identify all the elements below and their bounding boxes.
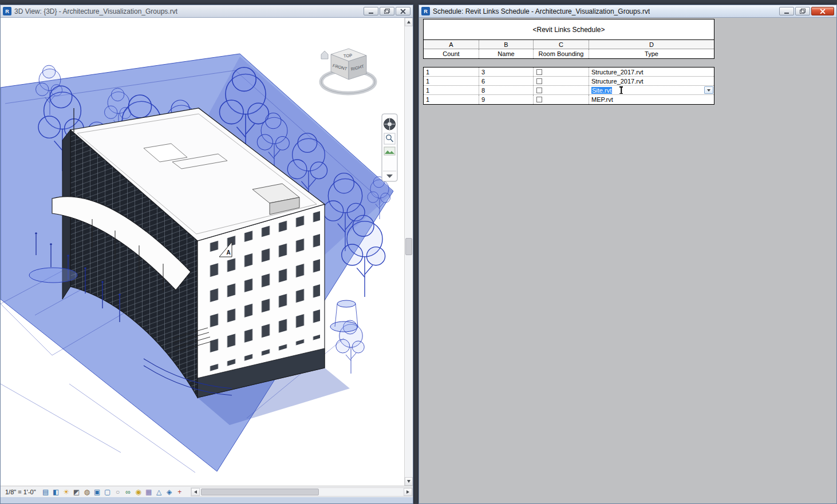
crop-view-icon[interactable]: ▣ bbox=[92, 487, 102, 497]
reveal-constraints-icon[interactable]: + bbox=[175, 487, 185, 497]
minimize-button[interactable] bbox=[779, 7, 794, 15]
restore-button[interactable] bbox=[380, 7, 394, 15]
room-bounding-checkbox[interactable] bbox=[536, 88, 542, 93]
cell-room-bounding[interactable] bbox=[534, 68, 589, 76]
show-rendering-dialog-icon[interactable]: ◍ bbox=[82, 487, 92, 497]
type-text: MEP.rvt bbox=[591, 96, 613, 103]
minimize-icon bbox=[784, 13, 789, 14]
type-text: Structure_2017.rvt bbox=[591, 78, 643, 85]
cell-name[interactable]: 9 bbox=[479, 95, 534, 104]
cell-type[interactable]: Structure_2017.rvt bbox=[589, 77, 714, 85]
3d-view-canvas[interactable]: A bbox=[1, 18, 404, 486]
detail-level-icon[interactable]: ▤ bbox=[41, 487, 51, 497]
column-header-row: Count Name Room Bounding Type bbox=[424, 49, 714, 58]
minimize-icon bbox=[369, 13, 373, 14]
scroll-right-button[interactable] bbox=[404, 488, 412, 496]
temporary-hide-isolate-icon[interactable]: ∞ bbox=[123, 487, 133, 497]
column-letter-b[interactable]: B bbox=[479, 40, 534, 49]
schedule-rows: 13Structure_2017.rvt16Structure_2017.rvt… bbox=[423, 67, 714, 105]
schedule-row: 19MEP.rvt bbox=[424, 95, 714, 104]
column-letter-row: A B C D bbox=[424, 40, 714, 49]
scroll-left-button[interactable] bbox=[191, 488, 200, 496]
cell-type[interactable]: MEP.rvt bbox=[589, 95, 714, 104]
selected-cell-text: Site.rvt bbox=[591, 87, 612, 94]
unlocked-3d-view-icon[interactable]: ○ bbox=[113, 487, 123, 497]
horizontal-scroll-track[interactable] bbox=[200, 488, 404, 496]
window-controls bbox=[364, 7, 410, 15]
horizontal-scroll-thumb[interactable] bbox=[201, 489, 319, 495]
minimize-button[interactable] bbox=[364, 7, 378, 15]
close-icon bbox=[400, 9, 406, 14]
show-crop-region-icon[interactable]: ▢ bbox=[102, 487, 113, 497]
column-letter-a[interactable]: A bbox=[424, 40, 479, 49]
restore-button[interactable] bbox=[795, 7, 810, 15]
cell-room-bounding[interactable] bbox=[534, 86, 589, 94]
schedule-table: <Revit Links Schedule> A B C D Count Nam… bbox=[423, 19, 714, 105]
vertical-scroll-track[interactable] bbox=[405, 26, 413, 477]
3d-scene: A bbox=[1, 18, 404, 486]
room-bounding-checkbox[interactable] bbox=[536, 78, 542, 84]
schedule-titlebar[interactable]: R Schedule: Revit Links Schedule - Archi… bbox=[419, 5, 836, 18]
shadows-icon[interactable]: ◩ bbox=[72, 487, 82, 497]
cell-name[interactable]: 6 bbox=[479, 77, 534, 85]
navigation-bar[interactable] bbox=[382, 114, 397, 181]
home-icon[interactable] bbox=[321, 51, 328, 59]
room-bounding-checkbox[interactable] bbox=[536, 97, 542, 102]
3d-view-titlebar[interactable]: R 3D View: {3D} - Architecture_Visualiza… bbox=[1, 5, 413, 18]
horizontal-scrollbar[interactable] bbox=[191, 487, 413, 497]
schedule-row: 18Site.rvt bbox=[424, 86, 714, 95]
highlight-displacement-icon[interactable]: ◈ bbox=[164, 487, 175, 497]
schedule-window-title: Schedule: Revit Links Schedule - Archite… bbox=[433, 7, 650, 15]
schedule-title[interactable]: <Revit Links Schedule> bbox=[424, 19, 714, 40]
cell-type[interactable]: Site.rvt bbox=[589, 86, 714, 94]
cell-count[interactable]: 1 bbox=[424, 68, 479, 76]
cell-room-bounding[interactable] bbox=[534, 77, 589, 85]
analytical-model-icon[interactable]: △ bbox=[154, 487, 164, 497]
cell-count[interactable]: 1 bbox=[424, 95, 479, 104]
viewcube[interactable]: TOP FRONT RIGHT bbox=[321, 49, 375, 93]
room-bounding-checkbox[interactable] bbox=[536, 69, 542, 75]
revit-file-icon: R bbox=[421, 7, 430, 15]
column-header-room-bounding[interactable]: Room Bounding bbox=[534, 49, 589, 58]
vertical-scroll-thumb[interactable] bbox=[405, 238, 412, 255]
cell-room-bounding[interactable] bbox=[534, 95, 589, 104]
cell-type[interactable]: Structure_2017.rvt bbox=[589, 68, 714, 76]
window-controls bbox=[779, 7, 834, 15]
column-header-type[interactable]: Type bbox=[589, 49, 714, 58]
up-arrow-icon bbox=[407, 21, 410, 23]
schedule-view[interactable]: <Revit Links Schedule> A B C D Count Nam… bbox=[419, 18, 836, 503]
sun-path-icon[interactable]: ☀ bbox=[61, 487, 72, 497]
revit-file-icon: R bbox=[3, 7, 11, 15]
building-sign: A bbox=[226, 249, 230, 256]
vertical-scrollbar[interactable] bbox=[404, 18, 413, 486]
column-letter-d[interactable]: D bbox=[589, 40, 714, 49]
schedule-row: 13Structure_2017.rvt bbox=[424, 68, 714, 77]
type-dropdown-button[interactable] bbox=[704, 86, 713, 94]
restore-icon bbox=[800, 9, 806, 14]
column-header-name[interactable]: Name bbox=[479, 49, 534, 58]
schedule-row: 16Structure_2017.rvt bbox=[424, 77, 714, 86]
down-arrow-icon bbox=[407, 480, 410, 483]
temporary-view-properties-icon[interactable]: ▦ bbox=[144, 487, 154, 497]
3d-view-window-title: 3D View: {3D} - Architecture_Visualizati… bbox=[14, 7, 177, 15]
cell-count[interactable]: 1 bbox=[424, 86, 479, 94]
cell-name[interactable]: 3 bbox=[479, 68, 534, 76]
cell-name[interactable]: 8 bbox=[479, 86, 534, 94]
scroll-down-button[interactable] bbox=[405, 477, 413, 486]
column-letter-c[interactable]: C bbox=[534, 40, 589, 49]
3d-view-window: R 3D View: {3D} - Architecture_Visualiza… bbox=[0, 5, 413, 504]
scale-button[interactable]: 1/8" = 1'-0" bbox=[5, 489, 36, 495]
schedule-window: R Schedule: Revit Links Schedule - Archi… bbox=[418, 5, 837, 504]
scroll-up-button[interactable] bbox=[405, 18, 413, 26]
close-button[interactable] bbox=[396, 7, 410, 15]
visual-style-icon[interactable]: ◧ bbox=[51, 487, 61, 497]
close-button[interactable] bbox=[811, 7, 834, 15]
cell-count[interactable]: 1 bbox=[424, 77, 479, 85]
view-control-bar: 1/8" = 1'-0" ▤◧☀◩◍▣▢○∞◉▦△◈+ bbox=[1, 486, 413, 497]
restore-icon bbox=[384, 9, 390, 14]
ibeam-cursor bbox=[619, 86, 623, 94]
column-header-count[interactable]: Count bbox=[424, 49, 479, 58]
reveal-hidden-elements-icon[interactable]: ◉ bbox=[133, 487, 144, 497]
right-arrow-icon bbox=[406, 490, 409, 494]
left-arrow-icon bbox=[194, 490, 197, 494]
